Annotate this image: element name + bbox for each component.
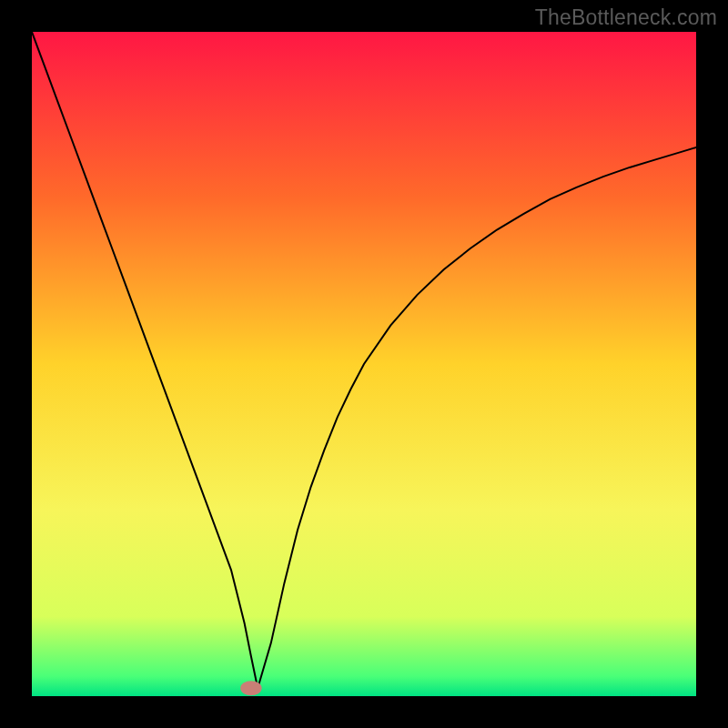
watermark-text: TheBottleneck.com [535, 5, 717, 30]
chart-frame: TheBottleneck.com [0, 0, 728, 728]
chart-svg [32, 32, 696, 696]
minimum-marker [240, 681, 261, 695]
plot-area [32, 32, 696, 696]
